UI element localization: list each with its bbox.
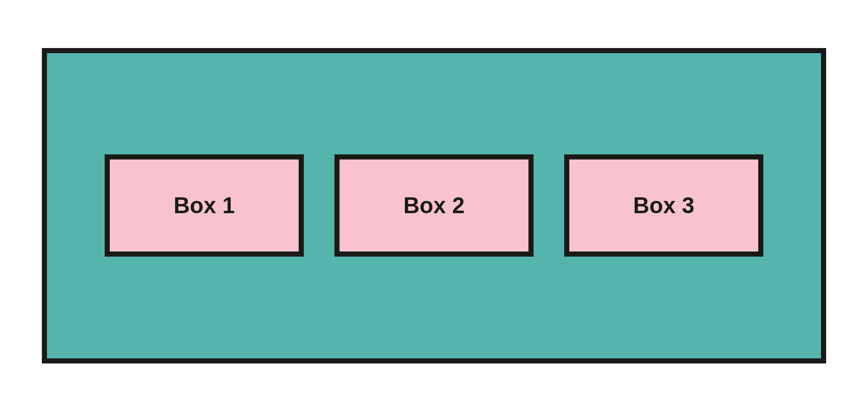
box-3-label: Box 3 (633, 193, 694, 218)
box-2: Box 2 (334, 154, 534, 257)
box-2-label: Box 2 (403, 193, 465, 218)
box-3: Box 3 (564, 154, 763, 257)
box-1-label: Box 1 (174, 193, 235, 218)
outer-container: Box 1 Box 2 Box 3 (42, 48, 826, 363)
box-1: Box 1 (105, 154, 304, 257)
